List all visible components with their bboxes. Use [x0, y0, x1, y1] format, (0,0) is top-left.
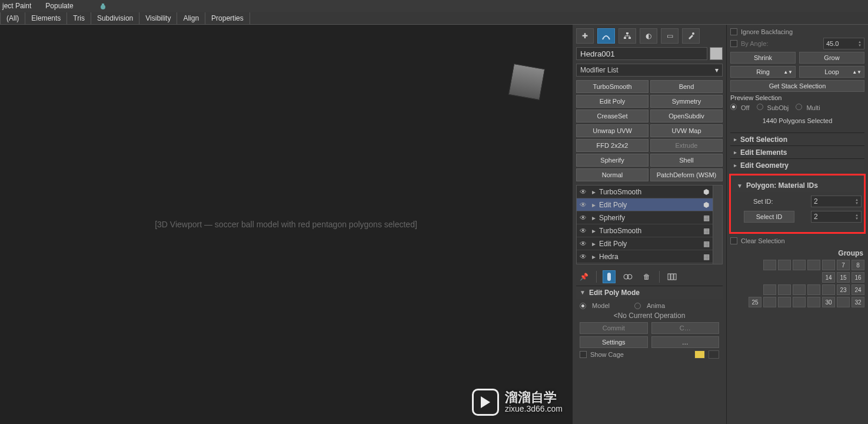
- smoothing-group-cell[interactable]: 14: [822, 272, 835, 283]
- visibility-eye-icon[interactable]: 👁: [577, 240, 590, 248]
- radio-multi[interactable]: [796, 104, 802, 110]
- select-id-spinner[interactable]: 2▲▼: [811, 211, 862, 223]
- rollout-edit-geometry[interactable]: ▸Edit Geometry: [730, 158, 864, 171]
- cancel-button[interactable]: C…: [651, 322, 720, 334]
- mod-opensubdiv[interactable]: OpenSubdiv: [650, 110, 723, 122]
- radio-animate[interactable]: [634, 303, 641, 309]
- smoothing-group-cell[interactable]: [807, 284, 820, 295]
- get-stack-selection-button[interactable]: Get Stack Selection: [730, 80, 864, 92]
- shrink-button[interactable]: Shrink: [730, 52, 796, 64]
- viewcube[interactable]: [508, 64, 546, 101]
- mod-unwrap[interactable]: Unwrap UVW: [576, 124, 648, 137]
- stack-row[interactable]: 👁▸Spherify▦: [577, 211, 722, 224]
- tab-align[interactable]: Align: [177, 12, 205, 24]
- smoothing-group-cell[interactable]: 30: [822, 297, 835, 307]
- smoothing-group-cell[interactable]: [763, 260, 776, 270]
- loop-button[interactable]: Loop▲▼: [799, 66, 864, 78]
- smoothing-group-cell[interactable]: [778, 284, 791, 295]
- smoothing-group-cell[interactable]: 23: [837, 284, 850, 295]
- commit-button[interactable]: Commit: [580, 322, 648, 334]
- smoothing-group-cell[interactable]: [822, 284, 835, 295]
- utilities-panel-icon[interactable]: [682, 28, 700, 44]
- expand-caret-icon[interactable]: ▸: [590, 253, 598, 261]
- modifier-list-dropdown[interactable]: Modifier List ▾: [576, 64, 723, 77]
- rollout-edit-poly-mode[interactable]: ▼ Edit Poly Mode: [576, 286, 723, 299]
- radio-model[interactable]: [580, 303, 586, 309]
- mod-extrude[interactable]: Extrude: [650, 139, 723, 152]
- modify-panel-icon[interactable]: [597, 28, 615, 44]
- smoothing-group-cell[interactable]: [793, 284, 806, 295]
- remove-modifier-icon[interactable]: 🗑: [640, 270, 653, 283]
- mod-normal[interactable]: Normal: [576, 168, 648, 181]
- tab-elements[interactable]: Elements: [25, 12, 67, 24]
- smoothing-group-cell[interactable]: [793, 297, 806, 307]
- cage-color-1[interactable]: [694, 350, 705, 359]
- rollout-soft-selection[interactable]: ▸Soft Selection: [730, 132, 864, 145]
- radio-off[interactable]: [730, 104, 737, 110]
- stack-row[interactable]: 👁▸TurboSmooth▦: [577, 224, 722, 237]
- smoothing-group-cell[interactable]: [763, 284, 776, 295]
- by-angle-spinner[interactable]: 45.0▲▼: [823, 38, 864, 49]
- pin-stack-icon[interactable]: 📌: [577, 270, 590, 283]
- smoothing-group-cell[interactable]: [778, 260, 791, 270]
- motion-panel-icon[interactable]: ◐: [640, 28, 657, 44]
- visibility-eye-icon[interactable]: 👁: [577, 188, 590, 196]
- smoothing-group-cell[interactable]: 15: [837, 272, 850, 283]
- smoothing-group-cell[interactable]: [807, 297, 820, 307]
- smoothing-group-cell[interactable]: 24: [852, 284, 864, 295]
- mod-ffd[interactable]: FFD 2x2x2: [576, 139, 648, 152]
- create-panel-icon[interactable]: ✚: [576, 28, 594, 44]
- mod-creaseset[interactable]: CreaseSet: [576, 110, 648, 122]
- smoothing-group-cell[interactable]: 7: [837, 260, 850, 270]
- stack-row[interactable]: 👁▸Edit Poly▦: [577, 237, 722, 250]
- by-angle-checkbox[interactable]: [730, 40, 737, 47]
- set-id-spinner[interactable]: 2▲▼: [811, 196, 862, 207]
- object-name-input[interactable]: [576, 47, 707, 60]
- expand-caret-icon[interactable]: ▸: [590, 188, 598, 196]
- rollout-edit-elements[interactable]: ▸Edit Elements: [730, 145, 864, 158]
- smoothing-group-cell[interactable]: 16: [852, 272, 864, 283]
- cage-color-2[interactable]: [709, 350, 719, 359]
- smoothing-group-cell[interactable]: 32: [852, 297, 864, 307]
- viewport[interactable]: [3D Viewport — soccer ball model with re…: [0, 25, 572, 424]
- mod-bend[interactable]: Bend: [650, 80, 723, 93]
- radio-subobj[interactable]: [757, 104, 763, 110]
- smoothing-group-cell[interactable]: [793, 260, 806, 270]
- display-panel-icon[interactable]: ▭: [661, 28, 679, 44]
- tab-visibility[interactable]: Visibility: [139, 12, 177, 24]
- expand-caret-icon[interactable]: ▸: [590, 201, 598, 209]
- make-unique-icon[interactable]: [621, 270, 634, 283]
- hierarchy-panel-icon[interactable]: [618, 28, 636, 44]
- smoothing-group-cell[interactable]: [822, 260, 835, 270]
- visibility-eye-icon[interactable]: 👁: [577, 227, 590, 235]
- object-color-swatch[interactable]: [710, 47, 723, 60]
- mod-editpoly[interactable]: Edit Poly: [576, 95, 648, 108]
- visibility-eye-icon[interactable]: 👁: [577, 214, 590, 222]
- grow-button[interactable]: Grow: [799, 52, 864, 64]
- smoothing-group-cell[interactable]: [778, 297, 791, 307]
- tab-properties[interactable]: Properties: [205, 12, 250, 24]
- smoothing-group-cell[interactable]: 25: [749, 297, 761, 307]
- mod-shell[interactable]: Shell: [650, 154, 723, 167]
- visibility-eye-icon[interactable]: 👁: [577, 201, 590, 209]
- smoothing-group-cell[interactable]: [807, 260, 820, 270]
- configure-sets-icon[interactable]: [666, 270, 679, 283]
- menu-populate[interactable]: Populate: [45, 2, 73, 10]
- tab-subdivision[interactable]: Subdivision: [91, 12, 139, 24]
- expand-caret-icon[interactable]: ▸: [590, 240, 598, 248]
- stack-row[interactable]: 👁▸Hedra▦: [577, 250, 722, 263]
- ring-button[interactable]: Ring▲▼: [730, 66, 796, 78]
- tab-tris[interactable]: Tris: [67, 12, 91, 24]
- teapot-icon[interactable]: [98, 1, 108, 11]
- mod-turbosmooth[interactable]: TurboSmooth: [576, 80, 648, 93]
- stack-row[interactable]: 👁▸TurboSmooth⬢: [577, 186, 722, 198]
- settings-button[interactable]: Settings: [580, 336, 648, 348]
- smoothing-group-cell[interactable]: [837, 297, 850, 307]
- select-id-button[interactable]: Select ID: [744, 211, 794, 223]
- smoothing-group-cell[interactable]: [763, 297, 776, 307]
- tab-all[interactable]: (All): [0, 12, 25, 24]
- mod-symmetry[interactable]: Symmetry: [650, 95, 723, 108]
- visibility-eye-icon[interactable]: 👁: [577, 253, 590, 261]
- ignore-backfacing-checkbox[interactable]: [730, 28, 737, 35]
- mod-uvwmap[interactable]: UVW Map: [650, 124, 723, 137]
